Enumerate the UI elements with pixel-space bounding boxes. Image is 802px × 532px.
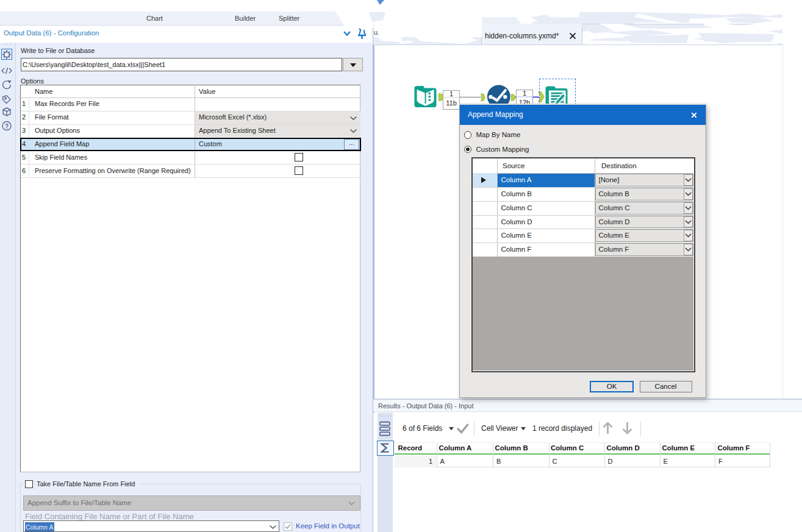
svg-text:1: 1 [523, 90, 526, 97]
svg-text:1: 1 [449, 90, 453, 98]
svg-text:11b: 11b [446, 99, 457, 107]
svg-text:?: ? [5, 123, 9, 130]
